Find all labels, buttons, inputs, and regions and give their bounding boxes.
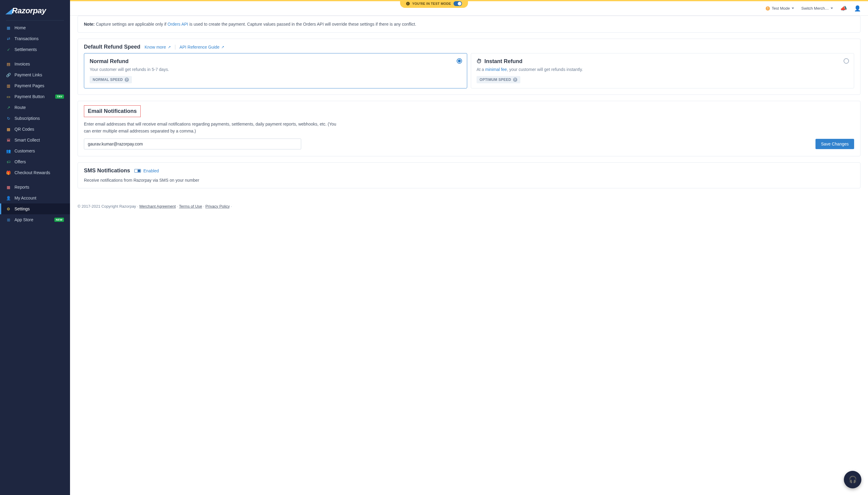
- sidebar-item-label: Home: [15, 25, 25, 30]
- sidebar-item-label: Settings: [15, 206, 30, 211]
- sidebar-item-label: Transactions: [15, 36, 39, 41]
- sidebar-item-app-store[interactable]: ⊞App StoreNEW: [0, 214, 70, 215]
- test-mode-banner: i YOU'RE IN TEST MODE: [400, 0, 468, 8]
- route-icon: ↗: [6, 105, 11, 110]
- warning-icon: !: [766, 6, 770, 11]
- sidebar-item-my-account[interactable]: 👤My Account: [0, 192, 70, 203]
- email-notifications-title: Email Notifications: [84, 105, 141, 117]
- button-icon: ▭: [6, 94, 11, 99]
- instant-refund-desc: At a minimal fee, your customer will get…: [476, 67, 848, 72]
- try-badge: TRY: [55, 95, 64, 99]
- test-mode-text: YOU'RE IN TEST MODE: [412, 2, 451, 5]
- note-prefix: Note:: [84, 22, 95, 27]
- profile-icon[interactable]: 👤: [854, 5, 861, 12]
- api-reference-link[interactable]: API Reference Guide ↗: [179, 45, 224, 50]
- help-icon[interactable]: ?: [125, 78, 129, 82]
- refund-speed-card: Default Refund Speed Know more ↗ API Ref…: [77, 39, 861, 95]
- sidebar-item-smart-collect[interactable]: 🏛Smart Collect: [0, 135, 70, 146]
- sidebar-item-label: Payment Pages: [15, 83, 45, 88]
- sidebar-item-transactions[interactable]: ⇄Transactions: [0, 33, 70, 44]
- sidebar-item-label: My Account: [15, 195, 36, 201]
- sidebar-item-route[interactable]: ↗Route: [0, 102, 70, 113]
- sms-toggle[interactable]: [134, 169, 141, 173]
- sidebar-item-customers[interactable]: 👥Customers: [0, 146, 70, 156]
- customers-icon: 👥: [6, 149, 11, 153]
- normal-refund-option[interactable]: Normal Refund Your customer will get ref…: [84, 53, 467, 88]
- note-text-1: Capture settings are applicable only if: [95, 22, 168, 27]
- refund-speed-title: Default Refund Speed: [84, 44, 140, 50]
- instant-icon: ⏱: [476, 58, 482, 65]
- sms-notifications-card: SMS Notifications Enabled Receive notifi…: [77, 163, 861, 188]
- settlements-icon: ✓: [6, 47, 11, 52]
- gear-icon: ⚙: [6, 206, 11, 211]
- sidebar-item-label: Offers: [15, 159, 26, 164]
- sidebar-item-label: Reports: [15, 185, 29, 190]
- sidebar: ◢Razorpay ▦Home ⇄Transactions ✓Settlemen…: [0, 0, 70, 215]
- chevron-down-icon: [792, 7, 794, 9]
- normal-refund-desc: Your customer will get refunds in 5-7 da…: [90, 67, 462, 72]
- sidebar-item-qr-codes[interactable]: ▩QR Codes: [0, 124, 70, 135]
- privacy-policy-link[interactable]: Privacy Policy: [205, 204, 230, 208]
- sms-notifications-title: SMS Notifications: [84, 168, 130, 174]
- sidebar-item-subscriptions[interactable]: ↻Subscriptions: [0, 113, 70, 124]
- orders-api-link[interactable]: Orders API: [168, 22, 188, 27]
- email-notifications-desc: Enter email addresses that will receive …: [78, 117, 344, 139]
- link-icon: 🔗: [6, 72, 11, 77]
- sidebar-item-payment-button[interactable]: ▭Payment ButtonTRY: [0, 91, 70, 102]
- sidebar-item-label: Payment Links: [15, 72, 42, 77]
- rewards-icon: 🎁: [6, 170, 11, 175]
- minimal-fee-link[interactable]: minimal fee: [485, 67, 507, 72]
- sidebar-item-label: Customers: [15, 149, 35, 153]
- email-notifications-card: Email Notifications Enter email addresse…: [77, 101, 861, 156]
- sidebar-item-payment-pages[interactable]: ▥Payment Pages: [0, 80, 70, 91]
- announcements-icon[interactable]: 📣: [840, 5, 847, 12]
- terms-of-use-link[interactable]: Terms of Use: [179, 204, 202, 208]
- sidebar-item-settings[interactable]: ⚙Settings: [0, 203, 70, 214]
- transactions-icon: ⇄: [6, 36, 11, 41]
- sidebar-item-label: Checkout Rewards: [15, 170, 50, 175]
- instant-refund-option[interactable]: ⏱ Instant Refund At a minimal fee, your …: [471, 53, 854, 88]
- brand-logo: ◢Razorpay: [0, 3, 70, 20]
- invoices-icon: ▤: [6, 62, 11, 66]
- sidebar-item-label: Subscriptions: [15, 116, 40, 121]
- help-icon[interactable]: ?: [513, 78, 517, 82]
- switch-merchant-label: Switch Merch…: [801, 6, 829, 11]
- reports-icon: ▦: [6, 185, 11, 190]
- test-mode-label: Test Mode: [772, 6, 790, 11]
- pages-icon: ▥: [6, 83, 11, 88]
- switch-merchant-dropdown[interactable]: Switch Merch…: [801, 6, 833, 11]
- header: ! Test Mode Switch Merch… 📣 👤: [70, 1, 868, 16]
- subscriptions-icon: ↻: [6, 116, 11, 121]
- copyright-text: © 2017-2021 Copyright Razorpay ·: [77, 204, 139, 208]
- merchant-agreement-link[interactable]: Merchant Agreement: [139, 204, 176, 208]
- test-mode-dropdown[interactable]: ! Test Mode: [766, 6, 794, 11]
- sidebar-item-label: Smart Collect: [15, 138, 40, 142]
- sidebar-item-label: Payment Button: [15, 94, 45, 99]
- capture-note-text: Note: Capture settings are applicable on…: [84, 21, 854, 28]
- collect-icon: 🏛: [6, 138, 11, 142]
- sidebar-item-reports[interactable]: ▦Reports: [0, 182, 70, 192]
- sms-enabled-label: Enabled: [143, 168, 159, 173]
- optimum-speed-tag: OPTIMUM SPEED ?: [476, 76, 520, 83]
- sidebar-item-invoices[interactable]: ▤Invoices: [0, 58, 70, 69]
- home-icon: ▦: [6, 25, 11, 30]
- sidebar-item-home[interactable]: ▦Home: [0, 22, 70, 33]
- sidebar-item-checkout-rewards[interactable]: 🎁Checkout Rewards: [0, 167, 70, 178]
- chevron-down-icon: [831, 7, 833, 9]
- sidebar-item-label: Settlements: [15, 47, 37, 52]
- know-more-link[interactable]: Know more ↗: [144, 45, 171, 50]
- normal-speed-tag: NORMAL SPEED ?: [90, 76, 132, 83]
- main-content: Note: Capture settings are applicable on…: [70, 16, 868, 215]
- sidebar-item-label: Route: [15, 105, 25, 110]
- test-mode-toggle[interactable]: [453, 1, 462, 6]
- sidebar-item-payment-links[interactable]: 🔗Payment Links: [0, 69, 70, 80]
- sms-notifications-desc: Receive notifications from Razorpay via …: [78, 177, 344, 188]
- sidebar-item-offers[interactable]: 🏷Offers: [0, 156, 70, 167]
- email-input[interactable]: [84, 139, 301, 149]
- brand-name: Razorpay: [12, 6, 46, 15]
- qr-icon: ▩: [6, 127, 11, 132]
- capture-note-card: Note: Capture settings are applicable on…: [77, 16, 861, 33]
- sidebar-item-settlements[interactable]: ✓Settlements: [0, 44, 70, 55]
- external-link-icon: ↗: [221, 45, 224, 49]
- save-changes-button[interactable]: Save Changes: [815, 139, 854, 149]
